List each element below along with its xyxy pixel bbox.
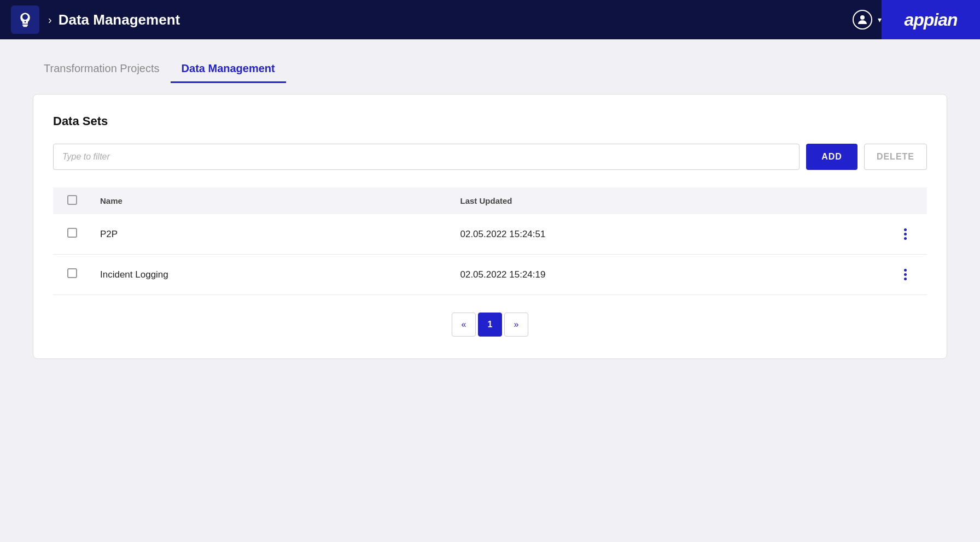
user-icon[interactable] <box>853 10 872 30</box>
header-right: ▾ <box>853 10 882 30</box>
data-table: Name Last Updated P2P 02.05.2022 15:24:5… <box>53 187 927 295</box>
card-title: Data Sets <box>53 114 927 128</box>
svg-rect-0 <box>22 25 28 26</box>
pagination: « 1 » <box>53 313 927 337</box>
pagination-page-1-button[interactable]: 1 <box>478 313 502 337</box>
header-checkbox-col <box>53 187 91 214</box>
row-actions-0 <box>883 214 927 255</box>
row-checkbox-1[interactable] <box>67 268 77 278</box>
row-name-0: P2P <box>91 214 451 255</box>
header-left: › Data Management <box>11 5 853 34</box>
page-title: Data Management <box>59 11 180 28</box>
row-actions-1 <box>883 255 927 295</box>
header-last-updated-col: Last Updated <box>451 187 883 214</box>
tab-transformation-projects[interactable]: Transformation Projects <box>33 56 171 83</box>
pagination-next-button[interactable]: » <box>504 313 528 337</box>
user-dropdown-arrow[interactable]: ▾ <box>878 15 882 24</box>
row-checkbox-col <box>53 214 91 255</box>
row-context-menu-1[interactable] <box>892 267 918 282</box>
appian-logo-text: appian <box>904 10 957 30</box>
table-row: Incident Logging 02.05.2022 15:24:19 <box>53 255 927 295</box>
row-context-menu-0[interactable] <box>892 226 918 242</box>
tabs-container: Transformation Projects Data Management <box>0 56 980 83</box>
appian-logo: appian <box>882 0 980 39</box>
table-header-row: Name Last Updated <box>53 187 927 214</box>
add-button[interactable]: ADD <box>806 144 858 170</box>
table-row: P2P 02.05.2022 15:24:51 <box>53 214 927 255</box>
row-checkbox-0[interactable] <box>67 228 77 238</box>
tab-data-management[interactable]: Data Management <box>171 56 286 83</box>
header-name-col: Name <box>91 187 451 214</box>
row-checkbox-col <box>53 255 91 295</box>
row-last-updated-0: 02.05.2022 15:24:51 <box>451 214 883 255</box>
row-last-updated-1: 02.05.2022 15:24:19 <box>451 255 883 295</box>
svg-point-2 <box>860 15 865 20</box>
filter-row: ADD DELETE <box>53 144 927 170</box>
header-action-col <box>883 187 927 214</box>
app-icon <box>11 5 39 34</box>
header: › Data Management ▾ appian <box>0 0 980 39</box>
breadcrumb-chevron: › <box>48 14 52 26</box>
row-name-1: Incident Logging <box>91 255 451 295</box>
filter-input[interactable] <box>53 144 800 170</box>
svg-rect-1 <box>23 26 27 27</box>
pagination-prev-button[interactable]: « <box>452 313 476 337</box>
main-content: Data Sets ADD DELETE Name Last Updated <box>0 83 980 381</box>
data-sets-card: Data Sets ADD DELETE Name Last Updated <box>33 94 947 359</box>
header-checkbox[interactable] <box>67 195 77 205</box>
delete-button[interactable]: DELETE <box>864 144 927 170</box>
